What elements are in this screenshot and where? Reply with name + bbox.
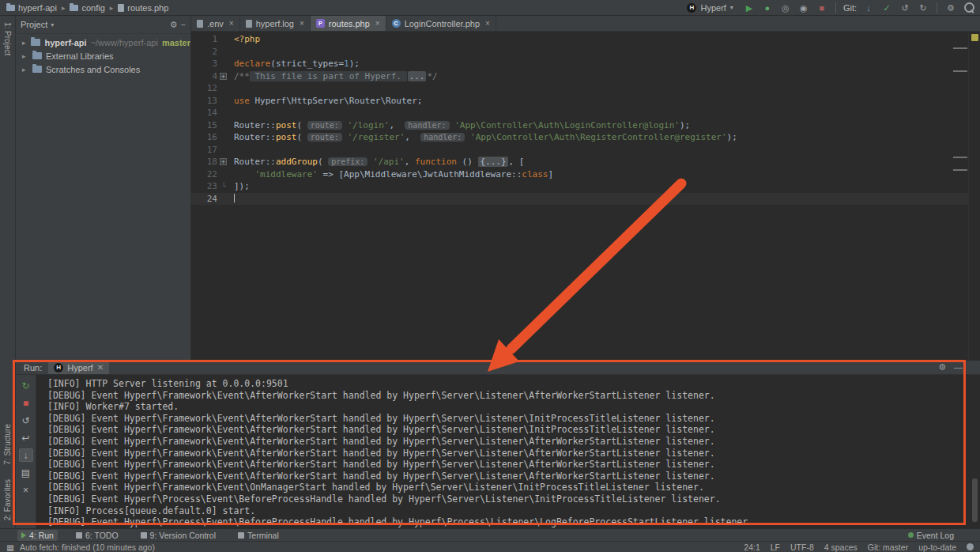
status-widget-up-to-date[interactable]: up-to-date bbox=[918, 543, 956, 552]
php-file-icon: P bbox=[316, 19, 325, 28]
git-refresh-button[interactable]: ↻ bbox=[917, 2, 929, 14]
toolwindow-icon bbox=[238, 532, 244, 539]
rerun-icon[interactable]: ↻ bbox=[19, 379, 33, 392]
toolwindow-button-6-todo[interactable]: 6: TODO bbox=[72, 530, 122, 541]
debug-button[interactable]: ● bbox=[761, 2, 774, 14]
scroll-to-end-icon[interactable]: ↓ bbox=[19, 448, 33, 462]
console-scrollbar[interactable] bbox=[972, 478, 978, 522]
chevron-right-icon[interactable]: ▸ bbox=[22, 39, 27, 47]
close-icon[interactable]: ✕ bbox=[97, 363, 104, 372]
toolbar-separator bbox=[835, 2, 836, 13]
code-token bbox=[368, 157, 373, 167]
console-line: [INFO] Worker#7 started. bbox=[47, 401, 969, 413]
toolwindow-button-terminal[interactable]: Terminal bbox=[234, 530, 283, 541]
run-panel-body: ↻■↺↩↓▤× [INFO] HTTP Server listening at … bbox=[16, 375, 980, 528]
line-number[interactable]: 12 bbox=[191, 82, 228, 95]
status-widget-git-master[interactable]: Git: master bbox=[868, 543, 908, 552]
project-panel-header: Project ▾ ⚙ − bbox=[16, 16, 190, 34]
breadcrumb-item[interactable]: hyperf-api bbox=[5, 3, 58, 13]
code-token: ); bbox=[727, 132, 737, 142]
fold-expand-icon[interactable]: + bbox=[220, 73, 227, 80]
coverage-button[interactable]: ◎ bbox=[779, 2, 792, 14]
collapse-all-icon[interactable]: − bbox=[181, 20, 186, 29]
toolwindow-button-favorites[interactable]: 2: Favorites bbox=[3, 479, 12, 520]
clear-all-icon[interactable]: × bbox=[19, 483, 33, 497]
code-token: ]); bbox=[234, 181, 250, 191]
line-number[interactable]: 4+ bbox=[191, 70, 228, 83]
code-token: post bbox=[276, 132, 297, 142]
line-number[interactable]: 13 bbox=[191, 95, 228, 108]
code-editor[interactable]: 1234+12131415161718+2223└24 <?phpdeclare… bbox=[191, 32, 980, 361]
code-token: function bbox=[415, 157, 457, 167]
profiler-button[interactable]: ◉ bbox=[797, 2, 810, 14]
toolwindow-button-event-log[interactable]: Event Log bbox=[904, 530, 958, 541]
console-line: [DEBUG] Event Hyperf\Framework\Event\Aft… bbox=[47, 424, 969, 436]
git-commit-button[interactable]: ✓ bbox=[880, 2, 893, 14]
console-output[interactable]: [INFO] HTTP Server listening at 0.0.0.0:… bbox=[36, 378, 969, 528]
tree-row[interactable]: ▸External Libraries bbox=[16, 49, 190, 62]
editor-tab-routes-php[interactable]: Proutes.php× bbox=[311, 16, 386, 31]
line-number[interactable]: 2 bbox=[191, 46, 228, 59]
inspections-indicator[interactable] bbox=[971, 34, 978, 41]
settings-button[interactable]: ⚙ bbox=[944, 2, 957, 14]
line-number[interactable]: 16 bbox=[191, 131, 228, 144]
text-file-icon bbox=[197, 20, 203, 28]
fold-end-icon[interactable]: └ bbox=[222, 181, 226, 194]
toolwindow-button-structure[interactable]: 7: Structure bbox=[3, 424, 12, 465]
gear-icon[interactable]: ⚙ bbox=[938, 362, 946, 372]
git-update-button[interactable]: ↓ bbox=[862, 2, 875, 14]
code-line bbox=[228, 46, 969, 59]
run-button[interactable]: ▶ bbox=[743, 2, 756, 14]
toolwindow-button-9-version-control[interactable]: 9: Version Control bbox=[137, 530, 220, 541]
status-widget-4-spaces[interactable]: 4 spaces bbox=[824, 543, 858, 552]
editor-tab-hyperf-log[interactable]: hyperf.log× bbox=[240, 16, 311, 31]
stop-button[interactable]: ■ bbox=[816, 2, 828, 14]
line-number[interactable]: 24 bbox=[191, 193, 228, 206]
close-icon[interactable]: × bbox=[375, 19, 380, 28]
fold-expand-icon[interactable]: + bbox=[220, 158, 227, 165]
status-widget-24-1[interactable]: 24:1 bbox=[744, 543, 760, 552]
git-revert-button[interactable]: ↺ bbox=[899, 2, 911, 14]
code-token: ] bbox=[548, 169, 553, 180]
line-number[interactable]: 22 bbox=[191, 168, 228, 181]
run-tab-hyperf[interactable]: H Hyperf ✕ bbox=[48, 361, 109, 374]
chevron-right-icon[interactable]: ▸ bbox=[22, 52, 28, 60]
line-number[interactable]: 1 bbox=[191, 33, 228, 46]
console-line: [DEBUG] Event Hyperf\Framework\Event\Aft… bbox=[47, 459, 969, 471]
code-token: addGroup bbox=[276, 157, 318, 167]
close-icon[interactable]: × bbox=[300, 19, 304, 28]
close-icon[interactable]: × bbox=[229, 19, 234, 28]
soft-wrap-icon[interactable]: ↩ bbox=[19, 431, 33, 444]
stop-icon[interactable]: ■ bbox=[19, 396, 33, 410]
line-number[interactable]: 3 bbox=[191, 58, 228, 70]
line-number[interactable]: 15 bbox=[191, 119, 228, 132]
hide-panel-icon[interactable]: — bbox=[954, 362, 963, 372]
status-widget-utf-8[interactable]: UTF-8 bbox=[790, 543, 814, 552]
editor-tab--env[interactable]: .env× bbox=[191, 16, 240, 31]
close-icon[interactable]: × bbox=[485, 19, 490, 28]
code-line: declare(strict_types=1); bbox=[228, 58, 969, 70]
breadcrumb-item[interactable]: config bbox=[68, 3, 106, 13]
line-number[interactable]: 23└ bbox=[191, 180, 228, 193]
breadcrumb-item[interactable]: routes.php bbox=[116, 3, 170, 13]
run-config-selector[interactable]: H Hyperf ▾ bbox=[683, 2, 737, 13]
toolwindow-button-project[interactable]: 1: Project bbox=[3, 22, 12, 55]
line-number[interactable]: 18+ bbox=[191, 156, 228, 168]
line-number[interactable]: 17 bbox=[191, 144, 228, 157]
toolwindow-switcher-icon[interactable]: ▦ bbox=[6, 543, 14, 552]
event-log-icon bbox=[908, 532, 914, 538]
print-icon[interactable]: ▤ bbox=[19, 466, 33, 479]
project-root-row[interactable]: ▸ hyperf-api ~/www/hyperf-api master bbox=[16, 36, 190, 49]
error-stripe[interactable] bbox=[968, 32, 980, 361]
project-panel-title[interactable]: Project bbox=[21, 20, 47, 29]
restart-server-icon[interactable]: ↺ bbox=[19, 414, 33, 427]
search-everywhere-button[interactable] bbox=[963, 2, 975, 14]
gear-icon[interactable]: ⚙ bbox=[170, 20, 178, 30]
toolwindow-button-4-run[interactable]: 4: Run bbox=[17, 530, 58, 541]
editor-tab-LoginController-php[interactable]: CLoginController.php× bbox=[386, 16, 496, 31]
chevron-right-icon[interactable]: ▸ bbox=[22, 66, 28, 74]
hector-icon[interactable] bbox=[967, 543, 974, 550]
tree-row[interactable]: ▸Scratches and Consoles bbox=[16, 62, 190, 76]
line-number[interactable]: 14 bbox=[191, 107, 228, 119]
status-widget-lf[interactable]: LF bbox=[771, 543, 780, 552]
